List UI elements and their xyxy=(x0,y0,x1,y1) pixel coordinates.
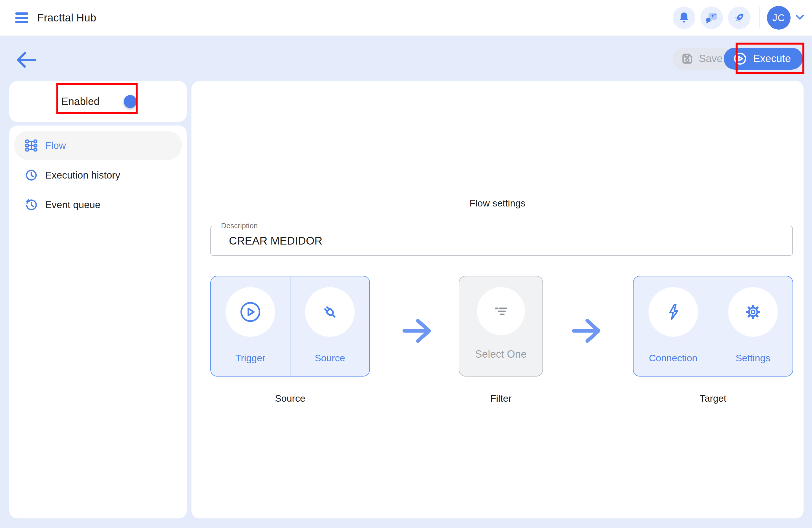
clock-icon xyxy=(25,169,38,182)
enabled-toggle[interactable] xyxy=(113,97,134,106)
app-root: Fracttal Hub xyxy=(0,0,812,528)
filter-lines-icon xyxy=(491,301,511,321)
enabled-card: Enabled xyxy=(9,81,187,122)
filter-placeholder: Select One xyxy=(459,348,542,360)
source-card: Trigger Source xyxy=(210,276,370,376)
source-label: Source xyxy=(290,353,369,363)
topbar-actions: JC xyxy=(668,6,805,30)
filter-card[interactable]: Select One xyxy=(459,276,543,376)
back-arrow-icon xyxy=(13,47,39,73)
target-card: Connection Settings xyxy=(633,276,793,376)
trigger-icon-circle xyxy=(226,287,275,337)
filter-icon-circle xyxy=(477,287,525,335)
connection-button[interactable]: Connection xyxy=(634,276,713,376)
sidebar-item-execution-history[interactable]: Execution history xyxy=(14,160,182,189)
save-button-label: Save xyxy=(699,53,723,65)
filter-caption: Filter xyxy=(459,393,543,404)
history-icon xyxy=(25,198,38,211)
plug-icon xyxy=(319,301,340,323)
sidebar-item-flow[interactable]: Flow xyxy=(14,131,182,160)
top-bar: Fracttal Hub xyxy=(0,0,812,35)
rocket-icon xyxy=(733,11,746,24)
enabled-label: Enabled xyxy=(61,96,100,108)
connection-label: Connection xyxy=(634,353,713,363)
topbar-divider xyxy=(759,7,759,28)
sidebar-item-event-queue[interactable]: Event queue xyxy=(14,190,182,219)
flow-icon xyxy=(25,139,38,152)
settings-label: Settings xyxy=(713,353,793,363)
bell-icon xyxy=(678,12,690,24)
description-field-label: Description xyxy=(218,222,261,230)
gear-icon xyxy=(742,301,764,323)
chevron-down-icon xyxy=(795,14,805,20)
toggle-thumb xyxy=(124,95,137,108)
app-title: Fracttal Hub xyxy=(37,0,96,35)
hamburger-menu-button[interactable] xyxy=(15,12,29,24)
hamburger-icon xyxy=(15,12,29,24)
source-connector-button[interactable]: Source xyxy=(290,276,369,376)
flow-arrow-icon xyxy=(571,317,605,345)
avatar[interactable]: JC xyxy=(767,6,791,30)
sidebar-item-label: Execution history xyxy=(45,170,120,181)
account-menu-button[interactable] xyxy=(795,14,805,22)
save-icon xyxy=(681,52,694,65)
source-caption: Source xyxy=(210,393,370,404)
rocket-button[interactable] xyxy=(728,6,751,29)
trigger-button[interactable]: Trigger xyxy=(211,276,290,376)
connection-icon-circle xyxy=(649,287,698,337)
trigger-label: Trigger xyxy=(211,353,290,363)
source-icon-circle xyxy=(305,287,355,337)
description-input[interactable] xyxy=(228,234,765,247)
lightning-icon xyxy=(663,301,684,323)
flow-arrow-icon xyxy=(402,317,435,345)
ai-chat-button[interactable] xyxy=(700,6,723,29)
description-field: Description xyxy=(210,226,793,256)
ai-chat-icon xyxy=(705,11,718,24)
sidebar-item-label: Flow xyxy=(45,140,66,151)
settings-icon-circle xyxy=(728,287,778,337)
play-circle-icon xyxy=(733,51,748,66)
sidebar-menu: Flow Execution history Event queue xyxy=(9,126,187,518)
execute-button-label: Execute xyxy=(753,53,791,65)
flow-settings-panel: Flow settings Description Trigger xyxy=(191,81,803,518)
back-button[interactable] xyxy=(13,47,39,73)
target-caption: Target xyxy=(633,393,793,404)
panel-title: Flow settings xyxy=(191,198,803,209)
execute-button[interactable]: Execute xyxy=(724,48,803,70)
play-circle-icon xyxy=(240,301,261,323)
sidebar-item-label: Event queue xyxy=(45,199,101,210)
settings-button[interactable]: Settings xyxy=(713,276,793,376)
notifications-button[interactable] xyxy=(673,6,695,29)
